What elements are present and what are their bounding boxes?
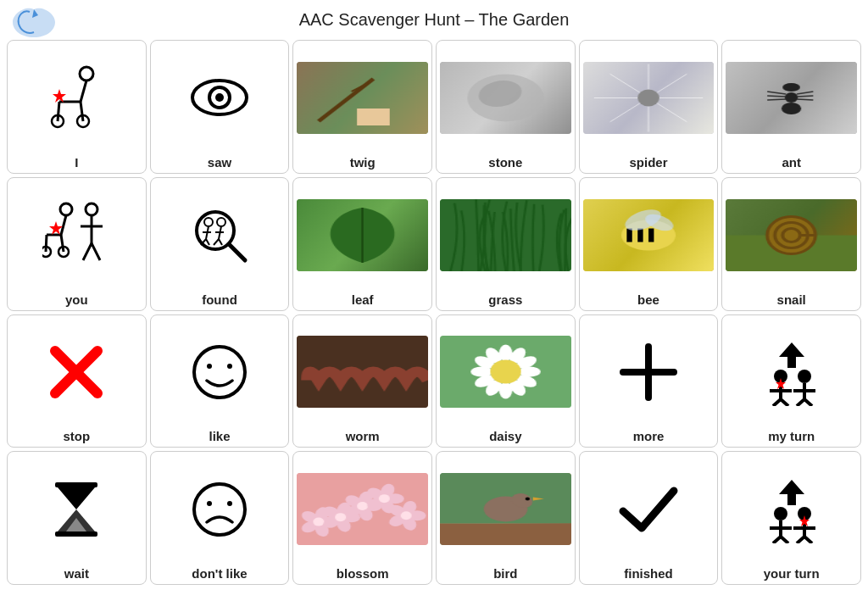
you-icon: [42, 181, 110, 289]
cell-snail[interactable]: snail: [721, 177, 861, 311]
svg-point-32: [217, 218, 225, 226]
cell-like-label: like: [209, 429, 230, 443]
svg-line-70: [797, 537, 804, 543]
cell-worm[interactable]: worm: [292, 314, 432, 448]
svg-line-5: [81, 102, 83, 121]
my-turn-icon: [758, 319, 826, 426]
svg-line-49: [781, 399, 788, 406]
cell-finished[interactable]: finished: [579, 451, 719, 585]
svg-line-22: [83, 243, 92, 260]
cell-grass[interactable]: grass: [436, 177, 576, 311]
svg-line-13: [61, 215, 66, 235]
logo: InclusiveTech: [8, 5, 59, 39]
cell-stop-label: stop: [63, 429, 90, 443]
page-header: InclusiveTech AAC Scavenger Hunt – The G…: [0, 0, 868, 36]
svg-line-55: [804, 399, 812, 406]
svg-point-12: [60, 203, 72, 215]
frown-icon: [186, 455, 253, 563]
svg-line-71: [804, 537, 812, 543]
svg-rect-56: [55, 482, 97, 487]
cell-more[interactable]: more: [579, 314, 719, 448]
hourglass-icon: [42, 455, 110, 563]
leaf-photo: [297, 181, 428, 289]
daisy-photo: [440, 319, 571, 426]
stone-photo: [440, 44, 571, 152]
svg-line-35: [219, 239, 222, 245]
svg-rect-57: [55, 531, 97, 537]
cell-dont-like-label: don't like: [192, 566, 247, 581]
svg-point-27: [204, 218, 213, 226]
cell-ant-label: ant: [782, 155, 801, 170]
cell-spider[interactable]: spider: [579, 40, 719, 174]
cell-i-label: I: [75, 155, 78, 170]
cell-bee[interactable]: bee: [579, 177, 719, 311]
cell-finished-label: finished: [624, 566, 673, 581]
eye-icon: [186, 44, 253, 152]
svg-line-34: [214, 239, 219, 245]
cell-snail-label: snail: [777, 292, 806, 307]
cell-my-turn[interactable]: my turn: [721, 314, 861, 448]
svg-marker-44: [779, 342, 804, 368]
cell-more-label: more: [633, 429, 665, 443]
found-icon: [186, 181, 253, 289]
plus-icon: [615, 319, 682, 426]
worm-photo: [297, 319, 428, 426]
smile-icon: [186, 319, 253, 426]
cell-blossom[interactable]: blossom: [292, 451, 432, 585]
cell-your-turn[interactable]: your turn: [721, 451, 861, 585]
svg-line-26: [229, 244, 245, 260]
cell-ant[interactable]: ant: [721, 40, 861, 174]
svg-point-41: [227, 364, 232, 369]
svg-marker-61: [779, 480, 804, 505]
svg-line-15: [46, 235, 47, 252]
cell-found[interactable]: found: [150, 177, 290, 311]
cell-saw[interactable]: saw: [150, 40, 290, 174]
svg-point-40: [207, 364, 212, 369]
cell-worm-label: worm: [346, 429, 380, 443]
bee-photo: [583, 181, 715, 289]
svg-point-59: [207, 501, 212, 506]
svg-point-11: [215, 93, 224, 102]
cell-bird[interactable]: bird: [436, 451, 576, 585]
snail-photo: [726, 181, 857, 289]
cell-wait-label: wait: [64, 566, 89, 581]
svg-line-48: [773, 399, 781, 406]
main-grid: I saw twig stone spider: [0, 36, 868, 588]
cell-grass-label: grass: [488, 292, 522, 307]
cell-stone[interactable]: stone: [436, 40, 576, 174]
cell-like[interactable]: like: [150, 314, 290, 448]
cell-your-turn-label: your turn: [764, 566, 820, 581]
cell-dont-like[interactable]: don't like: [150, 451, 290, 585]
bird-photo: [440, 455, 571, 563]
cell-you-label: you: [65, 292, 88, 307]
cell-stop[interactable]: stop: [7, 314, 147, 448]
svg-line-54: [797, 399, 804, 406]
cell-daisy[interactable]: daisy: [436, 314, 576, 448]
svg-point-62: [774, 507, 787, 520]
ant-photo: [726, 44, 857, 152]
svg-point-20: [86, 203, 97, 215]
cell-bird-label: bird: [493, 566, 517, 581]
svg-line-65: [773, 537, 781, 543]
svg-point-51: [798, 370, 811, 383]
svg-point-60: [227, 501, 232, 506]
cell-spider-label: spider: [629, 155, 667, 170]
cross-icon: [42, 319, 110, 426]
svg-line-66: [781, 537, 788, 543]
person-wheelchair-icon: [42, 44, 110, 152]
cell-blossom-label: blossom: [337, 566, 389, 581]
svg-point-1: [80, 67, 93, 81]
cell-twig-label: twig: [350, 155, 376, 170]
svg-line-16: [61, 235, 64, 252]
blossom-photo: [297, 455, 428, 563]
cell-leaf-label: leaf: [352, 292, 374, 307]
cell-wait[interactable]: wait: [7, 451, 147, 585]
cell-you[interactable]: you: [7, 177, 147, 311]
cell-leaf[interactable]: leaf: [292, 177, 432, 311]
cell-i[interactable]: I: [7, 40, 147, 174]
cell-daisy-label: daisy: [489, 429, 521, 443]
cell-twig[interactable]: twig: [292, 40, 432, 174]
svg-point-39: [194, 347, 245, 398]
cell-bee-label: bee: [637, 292, 659, 307]
spider-photo: [583, 44, 715, 152]
